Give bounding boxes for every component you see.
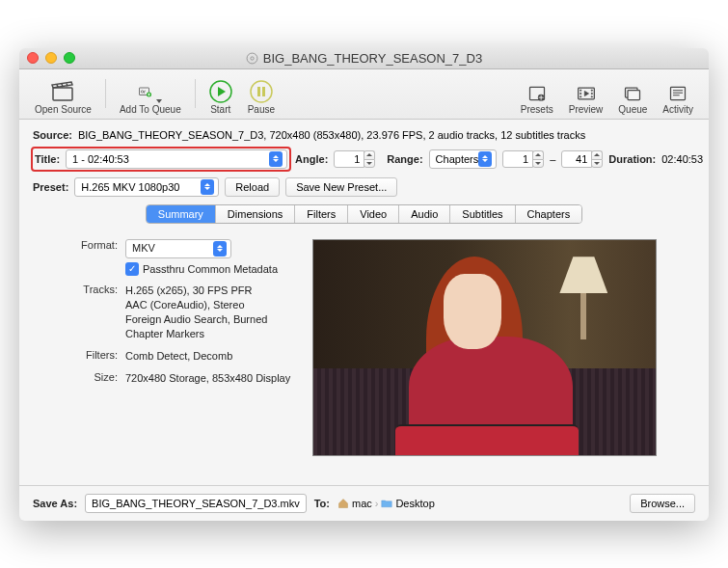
open-source-button[interactable]: Open Source (27, 70, 99, 117)
pause-button[interactable]: Pause (240, 70, 283, 117)
disc-icon (246, 52, 258, 65)
app-window: BIG_BANG_THEORY_SEASON_7_D3 Open Source … (19, 48, 709, 521)
preset-select[interactable]: H.265 MKV 1080p30 (74, 177, 219, 197)
play-icon (209, 80, 232, 103)
tracks-value: H.265 (x265), 30 FPS PFR AAC (CoreAudio)… (125, 284, 293, 340)
summary-panel: Format: MKV ✓ Passthru Common Metadata T… (33, 235, 695, 475)
preset-row: Preset: H.265 MKV 1080p30 Reload Save Ne… (33, 177, 695, 197)
angle-stepper[interactable] (364, 150, 375, 168)
svg-point-17 (591, 93, 592, 94)
queue-icon (623, 84, 642, 103)
titlebar: BIG_BANG_THEORY_SEASON_7_D3 (19, 48, 709, 69)
passthru-label: Passthru Common Metadata (143, 262, 278, 277)
tabs: SummaryDimensionsFiltersVideoAudioSubtit… (33, 204, 695, 224)
range-mode-select[interactable]: Chapters (429, 149, 498, 169)
angle-label: Angle: (295, 153, 328, 165)
size-label: Size: (71, 371, 118, 386)
svg-point-1 (251, 56, 254, 59)
source-value: BIG_BANG_THEORY_SEASON_7_D3, 720x480 (85… (78, 129, 585, 141)
range-from-stepper[interactable] (532, 150, 544, 168)
traffic-lights (27, 52, 75, 64)
passthru-checkbox[interactable]: ✓ (125, 262, 139, 276)
svg-rect-2 (53, 88, 72, 100)
activity-icon (668, 84, 688, 103)
tab-audio[interactable]: Audio (399, 205, 450, 223)
svg-rect-21 (671, 87, 686, 99)
svg-point-15 (580, 96, 580, 97)
presets-button[interactable]: Presets (513, 70, 561, 117)
format-label: Format: (71, 239, 118, 258)
close-button[interactable] (27, 52, 39, 64)
tab-chapters[interactable]: Chapters (516, 205, 582, 223)
svg-rect-9 (262, 87, 265, 96)
tab-video[interactable]: Video (348, 205, 399, 223)
queue-plus-icon (139, 80, 152, 103)
zoom-button[interactable] (64, 52, 75, 64)
source-row: Source: BIG_BANG_THEORY_SEASON_7_D3, 720… (33, 129, 695, 141)
range-label: Range: (387, 153, 422, 165)
format-select[interactable]: MKV (125, 239, 231, 258)
svg-point-14 (580, 93, 580, 94)
home-icon (337, 498, 349, 509)
toolbar: Open Source Add To Queue Start Pause Pre… (19, 69, 709, 120)
video-preview (312, 239, 657, 456)
svg-rect-20 (628, 91, 640, 100)
tab-subtitles[interactable]: Subtitles (450, 205, 515, 223)
chevron-down-icon[interactable] (156, 99, 162, 103)
size-value: 720x480 Storage, 853x480 Display (125, 371, 293, 386)
svg-point-18 (591, 96, 592, 97)
tab-dimensions[interactable]: Dimensions (216, 205, 295, 223)
start-button[interactable]: Start (202, 70, 240, 117)
queue-button[interactable]: Queue (610, 70, 655, 117)
browse-button[interactable]: Browse... (630, 494, 695, 513)
duration-value: 02:40:53 (661, 153, 703, 165)
preset-label: Preset: (33, 181, 68, 193)
to-label: To: (314, 498, 330, 509)
range-to-stepper[interactable] (591, 150, 603, 168)
destination-path[interactable]: mac › Desktop (337, 498, 435, 509)
svg-point-7 (251, 81, 272, 102)
range-to-field[interactable]: 41 (561, 150, 592, 168)
save-as-field[interactable]: BIG_BANG_THEORY_SEASON_7_D3.mkv (85, 494, 307, 513)
window-title: BIG_BANG_THEORY_SEASON_7_D3 (19, 51, 709, 66)
activity-button[interactable]: Activity (655, 70, 701, 117)
clapper-icon (51, 80, 74, 103)
updown-icon (269, 151, 283, 167)
add-to-queue-button[interactable]: Add To Queue (112, 70, 189, 117)
pause-icon (250, 80, 273, 103)
tab-filters[interactable]: Filters (295, 205, 348, 223)
preview-button[interactable]: Preview (561, 70, 611, 117)
save-new-preset-button[interactable]: Save New Preset... (285, 177, 397, 197)
filters-value: Comb Detect, Decomb (125, 349, 293, 364)
source-label: Source: (33, 129, 72, 141)
updown-icon (213, 241, 227, 257)
angle-field[interactable]: 1 (334, 150, 364, 168)
updown-icon (478, 151, 492, 167)
folder-icon (381, 498, 392, 509)
svg-point-13 (580, 90, 580, 91)
filters-label: Filters: (71, 349, 118, 364)
svg-point-4 (141, 91, 144, 94)
tab-summary[interactable]: Summary (147, 205, 216, 223)
title-label: Title: (35, 153, 60, 165)
range-sep: – (550, 153, 555, 165)
footer: Save As: BIG_BANG_THEORY_SEASON_7_D3.mkv… (19, 485, 709, 521)
svg-point-16 (591, 90, 592, 91)
range-from-field[interactable]: 1 (502, 150, 533, 168)
minimize-button[interactable] (45, 52, 57, 64)
save-as-label: Save As: (33, 498, 77, 509)
svg-point-0 (247, 53, 257, 64)
reload-button[interactable]: Reload (225, 177, 280, 197)
summary-meta: Format: MKV ✓ Passthru Common Metadata T… (71, 239, 293, 456)
presets-icon (527, 84, 547, 103)
svg-rect-8 (257, 87, 260, 96)
duration-label: Duration: (608, 153, 656, 165)
content-area: Source: BIG_BANG_THEORY_SEASON_7_D3, 720… (19, 120, 709, 485)
updown-icon (201, 179, 214, 195)
preview-icon (577, 84, 596, 103)
title-row: Title: 1 - 02:40:53 Angle: 1 Range: Chap… (33, 149, 695, 170)
title-select[interactable]: 1 - 02:40:53 (66, 149, 287, 169)
tracks-label: Tracks: (71, 284, 118, 340)
